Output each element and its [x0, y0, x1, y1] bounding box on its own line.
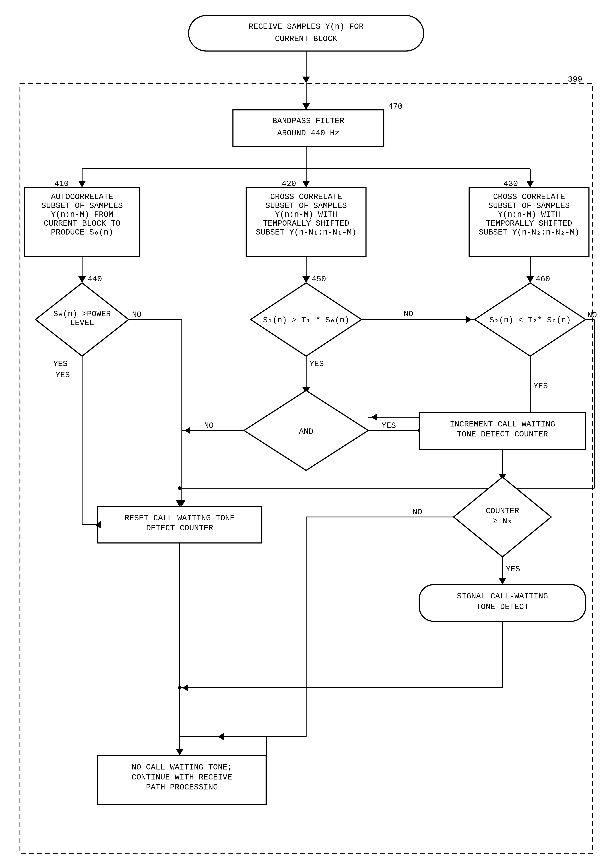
cc2-l3: Y(n:n-M) WITH	[498, 210, 560, 219]
svg-point-150	[178, 686, 181, 689]
svg-rect-70	[189, 16, 424, 51]
ac-ref: 410	[54, 179, 69, 188]
sig-l2: TONE DETECT	[476, 602, 529, 612]
cc2-l5: SUBSET Y(n-N₂:n-N₂-M)	[479, 228, 579, 237]
no-and: NO	[204, 421, 214, 430]
ref460: 460	[536, 275, 550, 284]
cnt-l2: ≥ N₃	[493, 517, 512, 526]
nc-l2: CONTINUE WITH RECEIVE	[132, 773, 232, 782]
ac-l5: PRODUCE S₀(n)	[51, 228, 113, 237]
ac-l4: CURRENT BLOCK TO	[44, 219, 121, 228]
cc2-l1: CROSS CORRELATE	[493, 193, 565, 202]
diagram-container: RECEIVE SAMPLES Y(n) FOR CURRENT BLOCK 3…	[0, 0, 614, 868]
bp-line1: BANDPASS FILTER	[272, 116, 344, 126]
cc2-ref: 430	[504, 179, 518, 188]
inc-l1: INCREMENT CALL WAITING	[450, 420, 555, 429]
cc1-l5: SUBSET Y(n-N₁:n-N₁-M)	[256, 228, 357, 237]
cc1-l1: CROSS CORRELATE	[270, 193, 342, 202]
cc1-l4: TEMPORALLY SHIFTED	[263, 219, 349, 228]
no450: NO	[404, 309, 413, 318]
reset-l1: RESET CALL WAITING TONE	[125, 514, 235, 523]
yes440-label: YES	[56, 371, 70, 380]
cc1-ref: 420	[282, 179, 296, 188]
d440-l1: S₀(n) >POWER	[53, 309, 111, 318]
no460: NO	[588, 311, 597, 320]
ac-l2: SUBSET OF SAMPLES	[41, 201, 122, 210]
ac-l1: AUTOCORRELATE	[51, 193, 113, 202]
cc2-l2: SUBSET OF SAMPLES	[488, 201, 570, 210]
yes450: YES	[309, 359, 324, 368]
svg-rect-152	[532, 362, 576, 373]
no440-label: NO	[132, 310, 141, 319]
start-line2: CURRENT BLOCK	[275, 34, 337, 43]
yes440-2: YES	[53, 359, 68, 368]
yes-cnt: YES	[506, 565, 520, 574]
d440-l2: LEVEL	[70, 318, 94, 328]
d460-l1: S₂(n) < T₂* S₀(n)	[489, 316, 571, 325]
nc-l1: NO CALL WAITING TONE;	[132, 763, 232, 772]
and-text: AND	[299, 427, 313, 436]
cc2-l4: TEMPORALLY SHIFTED	[486, 219, 572, 228]
ref440: 440	[88, 275, 102, 284]
reset-l2: DETECT COUNTER	[146, 524, 213, 533]
inc-l2: TONE DETECT COUNTER	[457, 430, 548, 439]
ac-l3: Y(n:n-M) FROM	[51, 210, 113, 219]
sig-l1: SIGNAL CALL-WAITING	[457, 592, 548, 601]
bp-line2: AROUND 440 Hz	[277, 129, 340, 138]
yes-and: YES	[381, 421, 396, 430]
cc1-l2: SUBSET OF SAMPLES	[265, 201, 347, 210]
cc1-l3: Y(n:n-M) WITH	[275, 210, 337, 219]
bp-ref: 470	[388, 102, 403, 111]
ref450: 450	[312, 275, 326, 284]
cnt-l1: COUNTER	[485, 506, 519, 516]
ref399: 399	[568, 75, 582, 84]
svg-point-148	[178, 486, 181, 490]
start-line1: RECEIVE SAMPLES Y(n) FOR	[249, 22, 364, 31]
svg-rect-76	[233, 110, 384, 146]
yes460-label: YES	[533, 382, 548, 391]
d450-l1: S₁(n) > T₁ * S₀(n)	[263, 316, 349, 325]
nc-l3: PATH PROCESSING	[146, 783, 218, 792]
no-cnt: NO	[412, 508, 422, 517]
